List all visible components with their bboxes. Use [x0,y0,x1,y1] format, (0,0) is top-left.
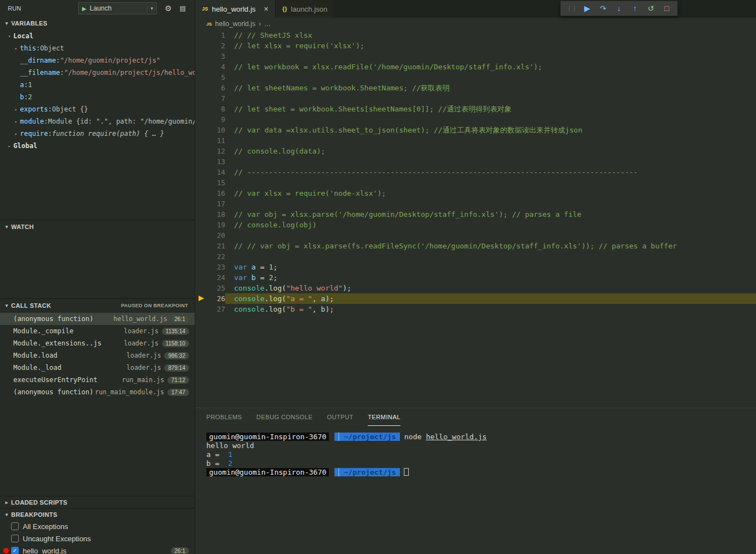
line-number[interactable]: 26 [207,293,225,304]
line-number[interactable]: 23 [207,262,225,272]
gutter-glyph-margin[interactable] [195,83,207,93]
gutter-glyph-margin[interactable] [195,125,207,135]
breakpoint-item[interactable]: ✓hello_world.js26:1 [0,545,195,554]
gutter-glyph-margin[interactable] [195,199,207,209]
breadcrumb-file[interactable]: hello_world.js [215,20,256,28]
code-line[interactable]: 23var a = 1; [195,262,756,272]
gear-icon[interactable]: ⚙ [165,4,172,13]
breakpoint-checkbox[interactable] [11,535,19,542]
code-line[interactable]: 15 [195,177,756,188]
line-number[interactable]: 24 [207,272,225,283]
gutter-glyph-margin[interactable] [195,167,207,177]
code-line[interactable]: 24var b = 2; [195,272,756,283]
restart-icon[interactable]: ↺ [645,4,657,13]
line-number[interactable]: 20 [207,230,225,241]
variable-row[interactable]: ▸module: Module {id: ".", path: "/home/g… [0,115,195,128]
chevron-right-icon[interactable]: ▸ [12,107,20,112]
callstack-frame[interactable]: Module._loadloader.js879:14 [0,362,195,374]
code-line[interactable]: 11 [195,135,756,146]
code-line[interactable]: 12// console.log(data); [195,146,756,156]
gutter-glyph-margin[interactable] [195,135,207,146]
step-over-icon[interactable]: ↷ [597,4,609,13]
chevron-right-icon[interactable]: ▸ [12,46,20,51]
chevron-down-icon[interactable]: ▾ [6,34,13,39]
line-number[interactable]: 5 [207,72,225,83]
code-line[interactable]: 2// let xlsx = require('xlsx'); [195,40,756,51]
line-number[interactable]: 10 [207,125,225,135]
chevron-right-icon[interactable]: ▸ [6,144,13,149]
line-number[interactable]: 8 [207,104,225,114]
line-number[interactable]: 11 [207,135,225,146]
editor-tab[interactable]: JShello_world.js× [195,0,276,18]
gutter-glyph-margin[interactable] [195,251,207,262]
continue-icon[interactable]: ▶ [581,4,593,13]
line-number[interactable]: 14 [207,167,225,177]
panel-tab-problems[interactable]: PROBLEMS [206,408,242,426]
start-debugging-icon[interactable]: ▶ [82,6,87,12]
variable-row[interactable]: ▸this: Object [0,42,195,54]
variables-scope[interactable]: ▸Global [0,140,195,152]
line-number[interactable]: 27 [207,304,225,314]
gutter-glyph-margin[interactable] [195,304,207,314]
gutter-glyph-margin[interactable] [195,72,207,83]
gutter-glyph-margin[interactable] [195,30,207,40]
code-line[interactable]: 19// console.log(obj) [195,220,756,230]
close-icon[interactable]: × [264,4,268,13]
code-editor[interactable]: 1// // SheetJS xlsx2// let xlsx = requir… [195,30,756,408]
breadcrumb[interactable]: JS hello_world.js › … [195,18,756,30]
terminal[interactable]: guomin@guomin-Inspiron-3670 ~/project/js… [195,426,756,477]
line-number[interactable]: 1 [207,30,225,40]
loaded-scripts-section-header[interactable]: ▸ LOADED SCRIPTS [0,496,195,508]
gutter-glyph-margin[interactable] [195,241,207,251]
step-out-icon[interactable]: ↑ [629,4,641,13]
gutter-glyph-margin[interactable] [195,188,207,199]
callstack-frame[interactable]: Module.loadloader.js986:32 [0,349,195,362]
code-line[interactable]: 16// var xlsx = require('node-xlsx'); [195,188,756,199]
gutter-glyph-margin[interactable] [195,93,207,104]
variable-row[interactable]: ▸require: function require(path) { … } [0,128,195,140]
breakpoint-item[interactable]: Uncaught Exceptions [0,532,195,545]
gutter-glyph-margin[interactable] [195,209,207,220]
panel-tab-terminal[interactable]: TERMINAL [368,408,400,426]
line-number[interactable]: 16 [207,188,225,199]
gutter-glyph-margin[interactable] [195,104,207,114]
stop-icon[interactable]: □ [661,4,673,13]
breadcrumb-more[interactable]: … [265,20,271,28]
code-line[interactable]: 5 [195,72,756,83]
code-line[interactable]: 20 [195,230,756,241]
gutter-glyph-margin[interactable] [195,156,207,167]
variable-row[interactable]: b: 2 [0,91,195,103]
editor-tab[interactable]: {}launch.json [276,0,334,18]
line-number[interactable]: 15 [207,177,225,188]
code-line[interactable]: 21// // var obj = xlsx.parse(fs.readFile… [195,241,756,251]
line-number[interactable]: 22 [207,251,225,262]
code-line[interactable]: 25console.log("hello world"); [195,283,756,293]
variables-scope[interactable]: ▾Local [0,30,195,42]
callstack-section-header[interactable]: ▾ CALL STACK PAUSED ON BREAKPOINT [0,298,195,312]
code-line[interactable]: 7 [195,93,756,104]
watch-section-header[interactable]: ▾ WATCH [0,220,195,233]
code-line[interactable]: 14// -----------------------------------… [195,167,756,177]
code-line[interactable]: 18// var obj = xlsx.parse('/home/guomin/… [195,209,756,220]
gutter-glyph-margin[interactable] [195,220,207,230]
gutter-glyph-margin[interactable] [195,262,207,272]
line-number[interactable]: 2 [207,40,225,51]
line-number[interactable]: 13 [207,156,225,167]
variables-section-header[interactable]: ▾ VARIABLES [0,17,195,30]
line-number[interactable]: 25 [207,283,225,293]
callstack-frame[interactable]: Module._compileloader.js1135:14 [0,325,195,337]
gutter-glyph-margin[interactable] [195,62,207,72]
gutter-glyph-margin[interactable] [195,146,207,156]
line-number[interactable]: 3 [207,51,225,62]
breakpoint-checkbox[interactable]: ✓ [11,547,19,554]
gutter-glyph-margin[interactable] [195,40,207,51]
code-line[interactable]: 22 [195,251,756,262]
code-line[interactable]: 8// let sheet = workbook.Sheets[sheetNam… [195,104,756,114]
breakpoint-item[interactable]: All Exceptions [0,520,195,532]
launch-config-dropdown[interactable]: ▶ Launch ▾ [78,2,157,14]
gutter-glyph-margin[interactable] [195,114,207,125]
chevron-right-icon[interactable]: ▸ [12,119,20,124]
debug-console-icon[interactable]: ▤ [180,4,186,12]
gutter-glyph-margin[interactable] [195,293,207,304]
gutter-glyph-margin[interactable] [195,283,207,293]
